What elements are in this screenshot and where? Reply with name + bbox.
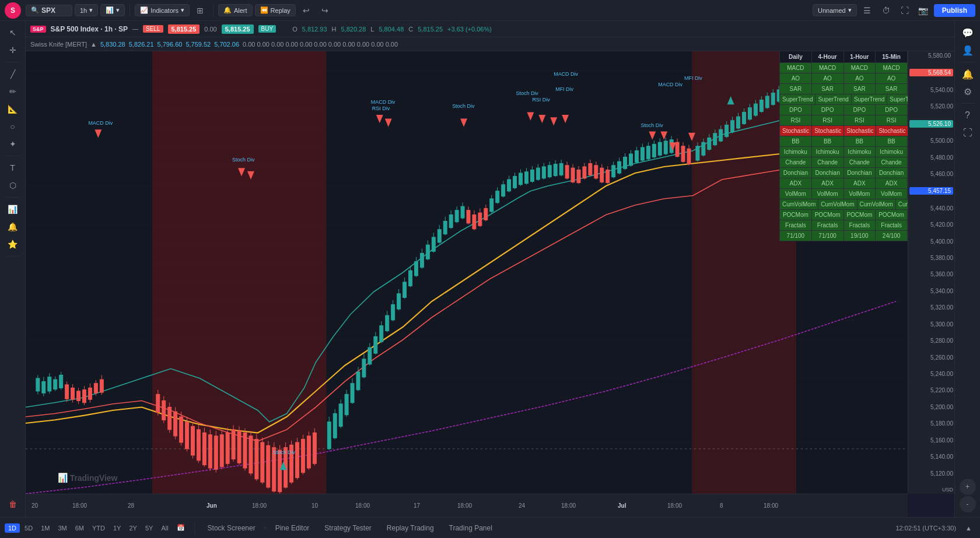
time-label-28: 28	[128, 502, 134, 509]
tab-trading-panel[interactable]: Trading Panel	[442, 522, 499, 535]
zoom-out-icon[interactable]: -	[960, 496, 976, 512]
trend-line-tool[interactable]: ╱	[4, 66, 22, 82]
crosshair-tool[interactable]: ✛	[4, 42, 22, 58]
publish-button[interactable]: Publish	[934, 4, 975, 17]
frac-15m: Fractals	[876, 220, 908, 230]
shape-tool[interactable]: ⬡	[4, 177, 22, 194]
camera-icon[interactable]: 📷	[915, 2, 932, 19]
notifications-icon[interactable]: 🔔	[958, 66, 977, 82]
sar-15m: SAR	[876, 84, 908, 94]
svg-text:MACD Div: MACD Div	[88, 119, 113, 126]
price-label-20: 5,200.00	[909, 404, 953, 410]
donch-1h: Donchian	[844, 168, 876, 178]
cumvol-daily: CumVolMom	[780, 199, 818, 209]
cursor-tool[interactable]: ↖	[4, 24, 22, 41]
fib-tool[interactable]: ✦	[4, 136, 22, 152]
buy-button[interactable]: BUY	[258, 25, 276, 33]
sell-button[interactable]: SELL	[143, 25, 163, 33]
alert-btn[interactable]: 🔔 Alert	[218, 4, 253, 16]
chart-main[interactable]: MACD Div Stoch Div MACD Div RSI Div Stoc…	[26, 51, 908, 494]
svg-text:Stoch Div: Stoch Div	[640, 121, 663, 128]
score-4h: 71/100	[812, 231, 844, 241]
price-label-11: 5,380.00	[909, 255, 953, 261]
div-row-chande: Chande Chande Chande Chande	[780, 157, 908, 168]
ruler-tool[interactable]: 📐	[4, 101, 22, 117]
tf-2y[interactable]: 2Y	[125, 523, 140, 533]
rsi-4h: RSI	[812, 115, 844, 125]
chat-icon[interactable]: 💬	[958, 24, 977, 41]
svg-text:MFI Div: MFI Div	[555, 86, 573, 93]
symbol-badge: S&P	[30, 26, 46, 33]
tab-replay-trading[interactable]: Replay Trading	[380, 522, 441, 535]
price-label-19: 5,220.00	[909, 387, 953, 393]
timeframe-selector[interactable]: 1h ▾	[75, 4, 98, 16]
tab-stock-screener[interactable]: Stock Screener	[201, 522, 262, 535]
price-label-8: 5,440.00	[909, 205, 953, 212]
chart-container: S&P S&P 500 Index · 1h · SP — SELL 5,815…	[26, 21, 954, 517]
tf-6m[interactable]: 6M	[72, 523, 88, 533]
layout-btn[interactable]: ⊞	[192, 2, 208, 19]
tf-3m[interactable]: 3M	[54, 523, 70, 533]
unnamed-btn[interactable]: Unnamed ▾	[813, 4, 857, 16]
tf-all[interactable]: All	[158, 523, 172, 533]
right-sep1	[961, 62, 975, 62]
time-scale: 20 18:00 28 Jun 18:00 10 18:00 17 18:00 …	[26, 494, 908, 517]
delete-tool[interactable]: 🗑	[4, 496, 22, 512]
poc-15m: POCMom	[876, 210, 908, 220]
ao-1h: AO	[844, 73, 876, 83]
time-label-1800d: 18:00	[457, 502, 472, 509]
adx-15m: ADX	[876, 178, 908, 188]
search-box[interactable]: 🔍 SPX	[26, 5, 72, 16]
timeframe-value: 1h	[80, 7, 87, 14]
expand-icon[interactable]: ⛶	[958, 125, 977, 141]
text-tool[interactable]: T	[4, 160, 22, 176]
div-row-rsi: RSI RSI RSI RSI	[780, 115, 908, 126]
adx-1h: ADX	[844, 178, 876, 188]
watchlist-sidebar-btn[interactable]: ⭐	[4, 236, 22, 252]
alerts-sidebar-btn[interactable]: 🔔	[4, 219, 22, 235]
svg-text:Stoch Div: Stoch Div	[452, 102, 475, 109]
tab-strategy-tester[interactable]: Strategy Tester	[317, 522, 378, 535]
redo-btn[interactable]: ↪	[317, 2, 333, 19]
chart-type-btn[interactable]: 📊 ▾	[100, 4, 125, 16]
macd-4h: MACD	[812, 63, 844, 73]
time-label-17: 17	[414, 502, 420, 509]
fullscreen-icon[interactable]: ⛶	[897, 2, 913, 19]
bb-daily: BB	[780, 136, 812, 146]
tf-5y[interactable]: 5Y	[142, 523, 156, 533]
clock-icon[interactable]: ⏱	[878, 2, 894, 19]
low-label: L	[370, 26, 374, 33]
volmom-1h: VolMom	[844, 189, 876, 199]
bottom-sep	[194, 522, 195, 534]
price-label-24: 5,120.00	[909, 470, 953, 477]
left-sidebar: ↖ ✛ ╱ ✏ 📐 ○ ✦ T ⬡ 📊 🔔 ⭐ 🗑	[0, 21, 26, 517]
indicators-btn[interactable]: 📈 Indicators ▾	[135, 4, 190, 16]
score-1h: 19/100	[844, 231, 876, 241]
volmom-4h: VolMom	[812, 189, 844, 199]
poc-1h: POCMom	[844, 210, 876, 220]
user-icon[interactable]: 👤	[958, 42, 977, 58]
tf-5d[interactable]: 5D	[21, 523, 36, 533]
tf-1m[interactable]: 1M	[37, 523, 53, 533]
pen-tool[interactable]: ✏	[4, 83, 22, 100]
tab-pine-editor[interactable]: Pine Editor	[268, 522, 317, 535]
tf-ytd[interactable]: YTD	[89, 523, 108, 533]
sep2	[213, 5, 214, 16]
tf-1y[interactable]: 1Y	[110, 523, 124, 533]
undo-btn[interactable]: ↩	[298, 2, 314, 19]
macd-15m: MACD	[876, 63, 908, 73]
zoom-icon[interactable]: +	[960, 479, 976, 495]
circle-tool[interactable]: ○	[4, 118, 22, 135]
cumvol-15m: CumVolMom	[896, 199, 908, 209]
indicators-icon: 📈	[140, 6, 148, 14]
indicators-sidebar-btn[interactable]: 📊	[4, 201, 22, 217]
close-label: C	[408, 26, 413, 33]
tf-1d[interactable]: 1D	[5, 523, 20, 533]
calendar-btn[interactable]: 📅	[173, 523, 188, 533]
watchlist-icon[interactable]: ☰	[859, 2, 876, 19]
settings-icon[interactable]: ⚙	[958, 83, 977, 100]
price-label-21: 5,180.00	[909, 420, 953, 427]
replay-btn[interactable]: ⏪ Replay	[255, 4, 296, 16]
expand-bottom-btn[interactable]: ▲	[962, 523, 975, 533]
help-icon[interactable]: ?	[958, 107, 977, 124]
